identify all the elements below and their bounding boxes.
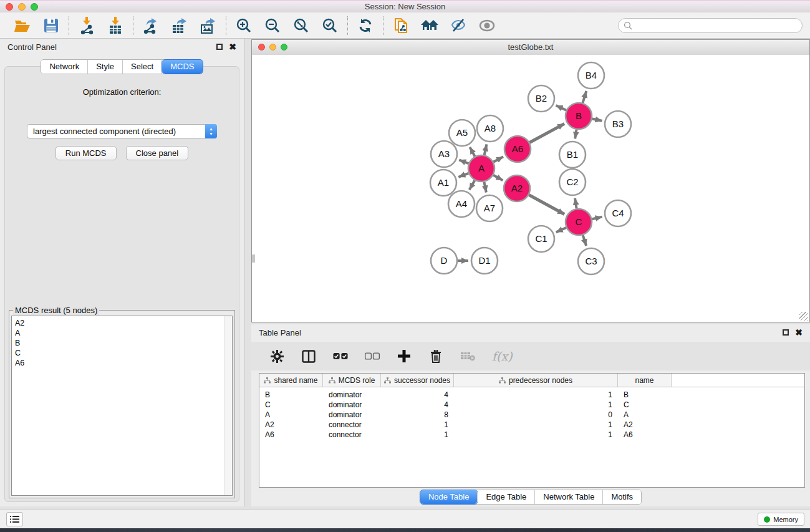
export-table-icon[interactable] xyxy=(170,16,189,35)
tab-mcds[interactable]: MCDS xyxy=(162,60,202,74)
table-cell[interactable]: B xyxy=(618,390,672,400)
graph-node-C[interactable]: C xyxy=(566,209,592,235)
result-item[interactable]: A2 xyxy=(15,318,232,328)
refresh-icon[interactable] xyxy=(356,16,375,35)
graph-node-A[interactable]: A xyxy=(468,155,494,181)
table-row[interactable]: A6connector11A6 xyxy=(259,430,804,440)
table-tab-edge-table[interactable]: Edge Table xyxy=(478,490,535,504)
table-cell[interactable]: B xyxy=(259,390,323,400)
zoom-network-icon[interactable] xyxy=(281,44,287,51)
zoom-fit-icon[interactable] xyxy=(292,16,311,35)
table-tab-node-table[interactable]: Node Table xyxy=(420,490,478,504)
table-tab-network-table[interactable]: Network Table xyxy=(535,490,603,504)
window-resize-grip[interactable] xyxy=(799,312,808,321)
network-canvas[interactable]: B4B2BB3A8A5A6A3B1AA1C2A2A4A7C4CC1C3DD1 xyxy=(252,55,809,322)
table-cell[interactable]: 4 xyxy=(381,390,454,400)
column-header-MCDS-role[interactable]: MCDS role xyxy=(323,374,381,387)
graph-node-C2[interactable]: C2 xyxy=(559,169,586,195)
close-table-panel-icon[interactable]: ✖ xyxy=(795,329,803,336)
table-cell[interactable]: connector xyxy=(323,430,381,440)
graph-node-A7[interactable]: A7 xyxy=(476,195,503,221)
minimize-window-icon[interactable] xyxy=(18,3,26,11)
import-network-icon[interactable] xyxy=(77,16,96,35)
clone-network-icon[interactable] xyxy=(392,16,410,35)
table-tab-motifs[interactable]: Motifs xyxy=(603,490,641,504)
zoom-in-icon[interactable] xyxy=(234,16,253,35)
graph-node-B1[interactable]: B1 xyxy=(559,142,586,168)
close-network-icon[interactable] xyxy=(258,44,265,51)
delete-column-trash-icon[interactable] xyxy=(428,349,443,364)
show-eye-icon[interactable] xyxy=(478,16,496,35)
task-history-button[interactable] xyxy=(6,512,23,526)
table-cell[interactable]: 1 xyxy=(381,420,454,430)
graph-node-D[interactable]: D xyxy=(431,248,457,274)
graph-node-B2[interactable]: B2 xyxy=(528,85,554,112)
graph-node-B[interactable]: B xyxy=(566,103,592,129)
result-item[interactable]: A xyxy=(15,328,232,338)
result-item[interactable]: C xyxy=(15,348,232,358)
graph-node-A6[interactable]: A6 xyxy=(504,136,531,162)
deselect-all-rows-icon[interactable] xyxy=(365,349,380,364)
table-cell[interactable]: A2 xyxy=(618,420,672,430)
float-panel-icon[interactable] xyxy=(216,44,223,50)
mcds-result-list[interactable]: A2ABCA6 xyxy=(11,316,233,496)
result-item[interactable]: B xyxy=(15,338,232,348)
table-cell[interactable]: dominator xyxy=(323,390,381,400)
graph-node-D1[interactable]: D1 xyxy=(471,248,498,274)
table-row[interactable]: Adominator80A xyxy=(259,410,804,420)
table-cell[interactable]: 8 xyxy=(381,410,454,420)
column-header-name[interactable]: name xyxy=(618,374,672,387)
table-cell[interactable]: 1 xyxy=(381,430,454,440)
memory-button[interactable]: Memory xyxy=(758,513,804,526)
search-input[interactable] xyxy=(632,21,802,31)
table-settings-gear-icon[interactable] xyxy=(269,349,284,364)
graph-node-C1[interactable]: C1 xyxy=(528,226,554,252)
table-cell[interactable]: A xyxy=(618,410,672,420)
close-panel-button[interactable]: Close panel xyxy=(126,146,189,160)
show-columns-icon[interactable] xyxy=(301,349,316,364)
close-window-icon[interactable] xyxy=(6,3,13,11)
table-cell[interactable]: 1 xyxy=(454,390,618,400)
tab-style[interactable]: Style xyxy=(88,60,123,74)
table-cell[interactable]: connector xyxy=(323,420,381,430)
table-cell[interactable]: 1 xyxy=(454,430,618,440)
table-cell[interactable]: 1 xyxy=(454,400,618,410)
graph-node-C4[interactable]: C4 xyxy=(605,200,631,226)
table-row[interactable]: Cdominator41C xyxy=(259,400,804,410)
table-cell[interactable]: C xyxy=(259,400,323,410)
graph-node-A2[interactable]: A2 xyxy=(504,175,530,201)
graph-node-A1[interactable]: A1 xyxy=(430,170,456,196)
tab-network[interactable]: Network xyxy=(41,60,88,74)
search-field[interactable] xyxy=(618,18,803,33)
table-cell[interactable]: C xyxy=(618,400,672,410)
table-cell[interactable]: A xyxy=(259,410,323,420)
column-header-shared-name[interactable]: shared name xyxy=(259,374,323,387)
column-header-predecessor-nodes[interactable]: predecessor nodes xyxy=(454,374,618,387)
table-cell[interactable]: 0 xyxy=(454,410,618,420)
zoom-window-icon[interactable] xyxy=(31,3,38,11)
table-row[interactable]: Bdominator41B xyxy=(259,390,804,400)
table-cell[interactable]: A6 xyxy=(618,430,672,440)
table-cell[interactable]: A2 xyxy=(259,420,323,430)
result-scrollbar[interactable] xyxy=(224,316,232,495)
create-column-plus-icon[interactable] xyxy=(397,349,412,364)
graph-node-B3[interactable]: B3 xyxy=(605,111,631,137)
save-session-icon[interactable] xyxy=(42,16,60,35)
table-row[interactable]: A2connector11A2 xyxy=(259,420,804,430)
table-cell[interactable]: A6 xyxy=(259,430,323,440)
network-window-titlebar[interactable]: testGlobe.txt xyxy=(252,40,809,56)
run-mcds-button[interactable]: Run MCDS xyxy=(55,146,117,160)
import-table-icon[interactable] xyxy=(106,16,125,35)
graph-node-A8[interactable]: A8 xyxy=(477,115,503,142)
network-window-controls[interactable] xyxy=(258,44,287,51)
table-cell[interactable]: 4 xyxy=(381,400,454,410)
window-controls[interactable] xyxy=(6,3,38,11)
zoom-out-icon[interactable] xyxy=(263,16,282,35)
table-cell[interactable]: dominator xyxy=(323,400,381,410)
graph-node-A4[interactable]: A4 xyxy=(448,191,475,217)
column-header-successor-nodes[interactable]: successor nodes xyxy=(381,374,454,387)
close-panel-icon[interactable]: ✖ xyxy=(229,44,236,50)
export-network-icon[interactable] xyxy=(142,16,160,35)
graph-node-A3[interactable]: A3 xyxy=(431,141,457,167)
result-item[interactable]: A6 xyxy=(15,358,232,368)
